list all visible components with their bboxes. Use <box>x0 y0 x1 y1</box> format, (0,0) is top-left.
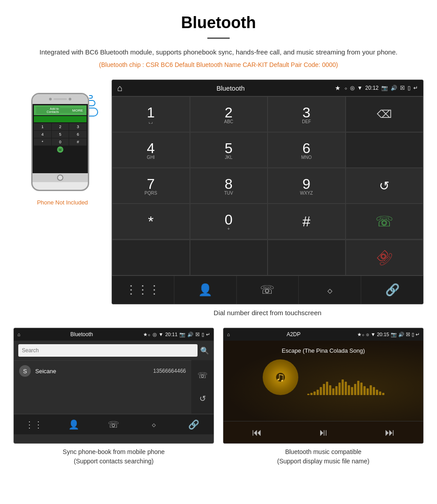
key-6-main: 6 <box>302 140 310 157</box>
phone-side: ⬦ Add to Contacts MORE <box>13 79 111 206</box>
call-green-key[interactable]: ☏ <box>346 204 424 239</box>
music-song-title: Escape (The Pina Colada Song) <box>282 347 365 354</box>
pb-contact-letter: S <box>19 365 31 377</box>
key-2-sub: ABC <box>224 119 233 124</box>
pb-vol-icon: 🔊 <box>187 332 194 337</box>
viz-bar <box>363 386 366 395</box>
key-5-sub: JKL <box>225 155 232 160</box>
pb-cam-icon: 📷 <box>179 332 186 337</box>
phone-image-container: ⬦ Add to Contacts MORE <box>31 93 94 196</box>
pb-nav-bt2[interactable]: ⬦ <box>134 414 174 434</box>
phone-bottom-controls <box>33 173 88 182</box>
nav-contacts[interactable]: 👤 <box>174 276 237 304</box>
phone-speaker <box>54 98 67 100</box>
pb-call-icon[interactable]: ☏ <box>198 371 208 380</box>
nav-phone[interactable]: ☏ <box>237 276 299 304</box>
nav-dialpad[interactable]: ⋮⋮⋮ <box>112 276 174 304</box>
pb-nav-dialpad[interactable]: ⋮⋮ <box>14 414 54 434</box>
phone-key-4: 4 <box>34 131 51 138</box>
key-5[interactable]: 5 JKL <box>190 132 268 168</box>
music-item: ⌂ A2DP ★ ⬦ ◎ ▼ 20:15 📷 🔊 ☒ ▯ ↵ Escap <box>223 328 424 470</box>
dial-app-name: Bluetooth <box>126 84 335 92</box>
pb-nav-phone2[interactable]: ☏ <box>94 414 134 434</box>
empty-cell-r2 <box>346 132 424 168</box>
pb-search-icon: 🔍 <box>200 346 209 355</box>
key-8-sub: TUV <box>224 191 233 196</box>
key-2[interactable]: 2 ABC <box>190 96 268 132</box>
phonebook-screen[interactable]: ⌂ Bluetooth ★ ⬦ ◎ ▼ 20:11 📷 🔊 ☒ ▯ ↵ <box>13 328 214 444</box>
key-1-main: 1 <box>147 104 155 121</box>
delete-key[interactable]: ⌫ <box>346 96 424 132</box>
page-description: Integrated with BC6 Bluetooth module, su… <box>36 47 401 58</box>
viz-bar <box>320 387 322 395</box>
key-1[interactable]: 1 ⌞⌟ <box>112 96 190 132</box>
pb-win-icon: ▯ <box>202 332 204 337</box>
back-icon: ↵ <box>413 85 418 91</box>
call-green-icon: ☏ <box>375 213 393 230</box>
title-divider <box>207 37 230 39</box>
viz-bar <box>317 390 319 395</box>
pb-nav-link2[interactable]: 🔗 <box>173 414 214 434</box>
pb-refresh2-icon[interactable]: ↺ <box>199 394 206 404</box>
pb-search-input[interactable] <box>18 344 198 357</box>
key-9-sub: WXYZ <box>300 191 313 196</box>
pb-contacts-list: S Seicane 13566664466 <box>14 360 191 414</box>
pb-time: 20:11 <box>165 332 177 337</box>
dial-screen[interactable]: ⌂ Bluetooth ★ ⬦ ◎ ▼ 20:12 📷 🔊 ☒ ▯ ↵ <box>111 79 424 304</box>
viz-bar <box>307 394 309 395</box>
phone-call-button: ☏ <box>57 146 63 153</box>
key-4[interactable]: 4 GHI <box>112 132 190 168</box>
page-title: Bluetooth <box>36 13 401 32</box>
nav-bluetooth[interactable]: ⬦ <box>299 276 361 304</box>
key-8[interactable]: 8 TUV <box>190 168 268 204</box>
viz-bar <box>329 385 331 395</box>
viz-bar <box>348 385 350 395</box>
music-usb-icon: ★ <box>357 332 362 337</box>
call-red-icon: ☏ <box>372 245 396 270</box>
phone-key-1: 1 <box>34 123 51 130</box>
key-6[interactable]: 6 MNO <box>268 132 346 168</box>
wave-small <box>89 95 93 99</box>
key-9[interactable]: 9 WXYZ <box>268 168 346 204</box>
empty-last-3 <box>268 240 346 275</box>
dial-screen-wrapper: ⌂ Bluetooth ★ ⬦ ◎ ▼ 20:12 📷 🔊 ☒ ▯ ↵ <box>111 79 424 323</box>
key-7-main: 7 <box>147 176 155 192</box>
pb-status-bar: ⌂ Bluetooth ★ ⬦ ◎ ▼ 20:11 📷 🔊 ☒ ▯ ↵ <box>14 328 214 341</box>
phone-top-bar <box>33 94 88 104</box>
music-prev-icon[interactable]: ⏮ <box>252 427 262 438</box>
music-caption-text: Bluetooth music compatible(Support displ… <box>277 448 370 465</box>
pb-contact-row[interactable]: S Seicane 13566664466 <box>14 360 191 381</box>
music-play-pause-icon[interactable]: ⏯ <box>318 427 328 438</box>
pb-caption: Sync phone-book from mobile phone(Suppor… <box>13 444 214 470</box>
refresh-key[interactable]: ↺ <box>346 168 424 204</box>
phone-home-button <box>57 175 63 181</box>
pb-nav-contacts-active[interactable]: 👤 <box>54 414 94 434</box>
empty-last-1 <box>112 240 190 275</box>
key-3[interactable]: 3 DEF <box>268 96 346 132</box>
pb-home-icon: ⌂ <box>17 332 21 337</box>
dial-bottom-nav: ⋮⋮⋮ 👤 ☏ ⬦ 🔗 <box>112 275 423 304</box>
music-screen[interactable]: ⌂ A2DP ★ ⬦ ◎ ▼ 20:15 📷 🔊 ☒ ▯ ↵ Escap <box>223 328 424 444</box>
signal-icon: ▼ <box>357 85 363 91</box>
phone-dial-grid: 1 2 3 4 5 6 * 0 # <box>34 123 87 146</box>
key-hash[interactable]: # <box>268 204 346 239</box>
key-6-sub: MNO <box>301 155 312 160</box>
key-7[interactable]: 7 PQRS <box>112 168 190 204</box>
viz-bar <box>310 393 313 395</box>
key-0[interactable]: 0 + <box>190 204 268 239</box>
nav-link[interactable]: 🔗 <box>361 276 423 304</box>
key-star[interactable]: * <box>112 204 190 239</box>
pb-usb-icon: ★ <box>143 332 148 337</box>
music-next-icon[interactable]: ⏭ <box>385 427 395 438</box>
phonebook-item: ⌂ Bluetooth ★ ⬦ ◎ ▼ 20:11 📷 🔊 ☒ ▯ ↵ <box>13 328 214 470</box>
phone-not-included-label: Phone Not Included <box>37 199 88 206</box>
viz-bar <box>373 387 375 395</box>
phone-camera <box>49 98 52 100</box>
location-icon: ◎ <box>350 85 355 91</box>
key-1-sub: ⌞⌟ <box>148 119 153 124</box>
pb-right-icons-col: ☏ ↺ <box>191 360 214 414</box>
call-red-key[interactable]: ☏ <box>346 240 424 275</box>
wave-medium <box>89 100 95 106</box>
phone-screen-header: Add to Contacts MORE <box>34 105 87 115</box>
viz-bar <box>351 387 353 395</box>
